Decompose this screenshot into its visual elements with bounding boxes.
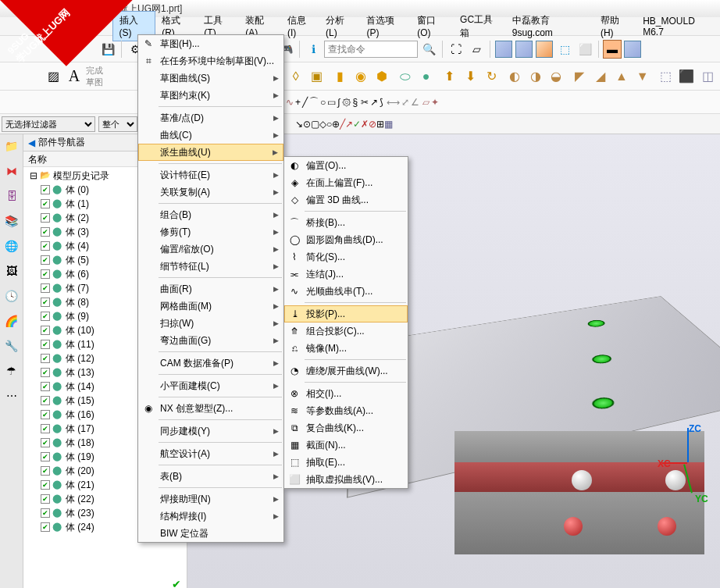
- extend-icon[interactable]: ↗: [370, 97, 378, 108]
- rail-spectrum-icon[interactable]: 🌈: [3, 312, 20, 330]
- save-icon[interactable]: 💾: [98, 40, 117, 59]
- rail-db-icon[interactable]: 🗄: [3, 187, 20, 205]
- checkbox-icon[interactable]: ✔: [41, 508, 50, 518]
- menu-item[interactable]: 表(B)▶: [138, 468, 283, 485]
- sketch-icon[interactable]: ▨: [44, 66, 62, 87]
- checkbox-icon[interactable]: ✔: [41, 410, 50, 419]
- menu-item[interactable]: ⌇简化(S)...: [284, 248, 408, 265]
- menu-item[interactable]: 弯边曲面(G)▶: [138, 332, 283, 349]
- csys-icon[interactable]: ✦: [431, 97, 439, 108]
- snap5-icon[interactable]: ○: [326, 119, 332, 130]
- menu-10[interactable]: 中磊教育 9sug.com: [506, 12, 594, 41]
- edge1-icon[interactable]: ◤: [570, 66, 589, 87]
- edge3-icon[interactable]: ▲: [612, 66, 631, 87]
- menu-item[interactable]: BIW 定位器: [138, 525, 283, 542]
- sel4-icon[interactable]: ✗: [361, 119, 369, 130]
- prim2-icon[interactable]: ◉: [351, 66, 370, 87]
- search-icon[interactable]: 🔍: [419, 40, 438, 59]
- menu-item[interactable]: CAM 数据准备(P)▶: [138, 355, 283, 372]
- menu-item[interactable]: ◐偏置(O)...: [284, 157, 408, 174]
- checkbox-icon[interactable]: ✔: [41, 227, 50, 237]
- menu-item[interactable]: 修剪(T)▶: [138, 223, 283, 241]
- checkbox-icon[interactable]: ✔: [41, 452, 50, 461]
- checkbox-icon[interactable]: ✔: [41, 326, 50, 335]
- grid-icon[interactable]: ▦: [384, 119, 393, 130]
- line-icon[interactable]: ╱: [302, 97, 308, 108]
- menu-item[interactable]: 基准/点(D)▶: [138, 109, 283, 127]
- menu-item[interactable]: 焊接助理(N)▶: [138, 490, 283, 508]
- menu-item[interactable]: ⫘连结(J)...: [284, 265, 408, 283]
- menu-item[interactable]: 网格曲面(M)▶: [138, 298, 283, 315]
- rail-nav-icon[interactable]: 📁: [3, 137, 20, 155]
- checkbox-icon[interactable]: ✔: [41, 424, 50, 433]
- menu-item[interactable]: ◈在面上偏置(F)...: [284, 174, 408, 191]
- menu-item[interactable]: 曲面(R)▶: [138, 280, 283, 298]
- menu-item[interactable]: ⌗在任务环境中绘制草图(V)...: [138, 52, 283, 69]
- checkbox-icon[interactable]: ✔: [41, 312, 50, 321]
- feat1-icon[interactable]: ⬆: [440, 66, 459, 87]
- scope-select[interactable]: 整个: [98, 116, 137, 132]
- fillet-icon[interactable]: ⟆: [380, 97, 383, 108]
- menu-11[interactable]: 帮助(H): [594, 12, 636, 41]
- checkbox-icon[interactable]: ✔: [41, 354, 50, 363]
- menu-item[interactable]: 航空设计(A)▶: [138, 445, 283, 462]
- menu-item[interactable]: ◔缠绕/展开曲线(W)...: [284, 362, 408, 380]
- menu-item[interactable]: 小平面建模(C)▶: [138, 377, 283, 394]
- menu-8[interactable]: 窗口(O): [411, 12, 454, 41]
- cube3-icon[interactable]: [535, 40, 554, 59]
- checkbox-icon[interactable]: ✔: [41, 466, 50, 476]
- color-icon[interactable]: ▬: [603, 40, 622, 59]
- cube2-icon[interactable]: [515, 40, 533, 59]
- rail-books-icon[interactable]: 📚: [3, 212, 20, 230]
- cube4-icon[interactable]: [623, 40, 642, 59]
- feat3-icon[interactable]: ↻: [482, 66, 501, 87]
- menu-5[interactable]: 信息(I): [281, 12, 319, 41]
- sel6-icon[interactable]: ⊞: [376, 119, 384, 130]
- menu-item[interactable]: ≋等参数曲线(A)...: [284, 402, 408, 419]
- surf4-icon[interactable]: ▣: [308, 66, 326, 87]
- checkbox-icon[interactable]: ✔: [41, 185, 50, 194]
- menu-item[interactable]: 设计特征(E)▶: [138, 166, 283, 184]
- menu-7[interactable]: 首选项(P): [360, 12, 411, 41]
- wireframe2-icon[interactable]: ⬜: [576, 40, 594, 59]
- rail-pic-icon[interactable]: 🖼: [3, 262, 20, 280]
- menu-item[interactable]: ⎌镜像(M)...: [284, 340, 408, 357]
- rail-history-icon[interactable]: 🕓: [3, 287, 20, 305]
- menu-item[interactable]: 细节特征(L)▶: [138, 258, 283, 275]
- edge2-icon[interactable]: ◢: [591, 66, 610, 87]
- menu-item[interactable]: ◉NX 创意塑型(Z)...: [138, 400, 283, 417]
- rect-icon[interactable]: ▭: [327, 97, 336, 108]
- surf3-icon[interactable]: ◊: [287, 66, 305, 87]
- helix-icon[interactable]: §: [353, 97, 358, 108]
- menu-item[interactable]: ∿光顺曲线串(T)...: [284, 283, 408, 300]
- checkbox-icon[interactable]: ✔: [41, 199, 50, 208]
- menu-item[interactable]: 结构焊接(I)▶: [138, 508, 283, 525]
- spiral-icon[interactable]: ۞: [342, 97, 351, 108]
- arc-icon[interactable]: ⌒: [309, 95, 319, 109]
- snap3-icon[interactable]: ▢: [311, 119, 319, 130]
- menu-item[interactable]: ⤓投影(P)...: [284, 305, 408, 323]
- prim3-icon[interactable]: ⬢: [372, 66, 391, 87]
- menu-item[interactable]: ◯圆形圆角曲线(D)...: [284, 231, 408, 248]
- cube1-icon[interactable]: [494, 40, 513, 59]
- rail-more-icon[interactable]: ⋯: [3, 387, 20, 404]
- checkbox-icon[interactable]: ✔: [41, 269, 50, 279]
- spline-icon[interactable]: ∫: [337, 97, 340, 108]
- plane2-icon[interactable]: ▱: [422, 97, 430, 108]
- menu-item[interactable]: 偏置/缩放(O)▶: [138, 241, 283, 258]
- checkbox-icon[interactable]: ✔: [41, 298, 50, 307]
- rail-web-icon[interactable]: 🌐: [3, 237, 20, 255]
- cyl-icon[interactable]: ⬭: [396, 66, 415, 87]
- menu-item[interactable]: ⌒桥接(B)...: [284, 214, 408, 231]
- bool3-icon[interactable]: ◒: [547, 66, 566, 87]
- menu-6[interactable]: 分析(L): [319, 12, 360, 41]
- bool2-icon[interactable]: ◑: [526, 66, 545, 87]
- snap6-icon[interactable]: ⊕: [332, 119, 340, 130]
- rail-umbrella-icon[interactable]: ☂: [3, 362, 20, 380]
- rail-constraint-icon[interactable]: ⧓: [3, 162, 20, 180]
- sel2-icon[interactable]: ↗: [345, 119, 353, 130]
- prim1-icon[interactable]: ▮: [330, 66, 349, 87]
- menu-item[interactable]: ✎草图(H)...: [138, 35, 283, 52]
- checkbox-icon[interactable]: ✔: [41, 213, 50, 223]
- selection-filter-select[interactable]: 无选择过滤器: [2, 116, 95, 132]
